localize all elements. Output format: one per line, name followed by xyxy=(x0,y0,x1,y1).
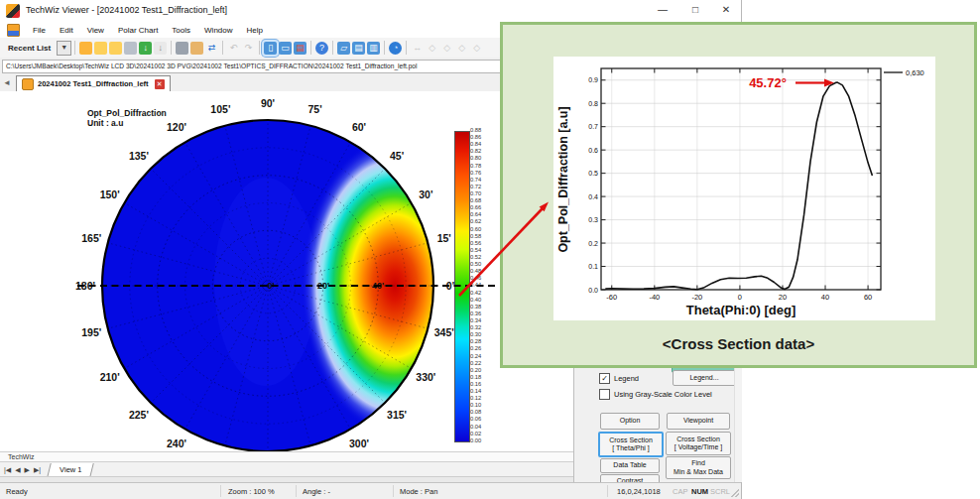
azimuth-label-120: 120' xyxy=(167,121,186,133)
open-folder-icon[interactable] xyxy=(79,42,92,55)
cube-view-4-icon[interactable]: ◇ xyxy=(470,42,483,55)
export-icon[interactable]: ↓ xyxy=(154,42,167,55)
capture-icon[interactable] xyxy=(176,42,188,55)
recent-list-dropdown[interactable]: ▼ xyxy=(57,41,71,56)
azimuth-label-90: 90' xyxy=(261,97,275,109)
minimize-button[interactable]: — xyxy=(650,2,675,18)
grayscale-checkbox[interactable] xyxy=(599,389,610,400)
ring-label: 20' xyxy=(317,281,329,291)
ring-label: 40' xyxy=(372,281,384,291)
toolbar-separator xyxy=(222,41,223,55)
window-tile-h-icon[interactable]: ▤ xyxy=(352,42,365,55)
find-min-max-button[interactable]: Find Min & Max Data xyxy=(666,456,731,479)
cross-section-theta-phi-button[interactable]: Cross Section [ Theta/Phi ] xyxy=(598,432,664,457)
folder-icon[interactable] xyxy=(94,42,107,55)
menu-help[interactable]: Help xyxy=(240,24,270,37)
redo-icon[interactable]: ↷ xyxy=(242,42,255,55)
x-tick-label: 20 xyxy=(779,293,787,302)
file-path-field[interactable]: C:\Users\JMBaek\Desktop\TechWiz LCD 3D\2… xyxy=(2,60,503,73)
cross-section-theta-label-1: Cross Section xyxy=(600,437,662,445)
colorbar-value: 0.72 xyxy=(470,184,496,189)
document-tab[interactable]: 20241002 Test1_Diffraction_left ✕ xyxy=(16,75,171,91)
center-ghost-region xyxy=(214,178,317,386)
undo-icon[interactable]: ↶ xyxy=(227,42,240,55)
menu-edit[interactable]: Edit xyxy=(53,24,80,37)
azimuth-label-135: 135' xyxy=(129,150,149,162)
colorbar-value: 0.58 xyxy=(470,233,496,239)
data-curve xyxy=(605,82,872,290)
polar-chart-view: Opt_Pol_Diffraction Unit : a.u 0.880.860… xyxy=(0,91,573,451)
info-icon[interactable]: ? xyxy=(315,42,328,55)
colorbar-value: 0.04 xyxy=(470,424,496,430)
status-bar: Ready Zoom : 100 % Angle : - Mode : Pan … xyxy=(0,482,741,499)
first-view-icon[interactable]: |◀ xyxy=(4,466,11,474)
x-tick-label: 40 xyxy=(821,293,829,302)
view-tab[interactable]: View 1 xyxy=(47,463,94,477)
viewpoint-button[interactable]: Viewpoint xyxy=(667,413,730,430)
colorbar-value: 0.86 xyxy=(470,134,496,140)
colorbar-value: 0.88 xyxy=(470,127,496,133)
grayscale-checkbox-row[interactable]: Using Gray-Scale Color Level xyxy=(599,389,712,400)
resize-grip[interactable] xyxy=(731,489,739,497)
menu-window[interactable]: Window xyxy=(197,24,239,37)
prev-view-icon[interactable]: ◀ xyxy=(15,466,20,474)
colorbar-value: 0.82 xyxy=(470,148,496,154)
status-caps-lock: CAP xyxy=(673,487,687,496)
status-separator xyxy=(393,485,394,497)
next-view-icon[interactable]: ▶ xyxy=(25,466,30,474)
polar-disk xyxy=(102,120,488,451)
menu-file[interactable]: File xyxy=(26,24,53,37)
colorbar-value: 0.20 xyxy=(470,367,496,373)
colorbar-value: 0.10 xyxy=(470,402,496,408)
colorbar-value: 0.02 xyxy=(470,431,496,437)
import-icon[interactable]: ↓ xyxy=(139,42,152,55)
status-scroll-lock: SCRL xyxy=(710,487,730,496)
cube-view-3-icon[interactable]: ◇ xyxy=(455,42,468,55)
cross-section-voltage-time-button[interactable]: Cross Section [ Voltage/Time ] xyxy=(666,432,731,455)
colorbar-value: 0.66 xyxy=(470,204,496,210)
legend-checkbox[interactable]: ✓ xyxy=(599,373,610,384)
layout-report-icon[interactable]: ▤ xyxy=(294,42,306,55)
option-button[interactable]: Option xyxy=(600,413,660,430)
legend-checkbox-row[interactable]: ✓ Legend xyxy=(599,373,639,384)
colorbar-value: 0.40 xyxy=(470,297,496,303)
chart-frame xyxy=(601,68,881,290)
paste-icon[interactable] xyxy=(190,42,203,55)
azimuth-label-210: 210' xyxy=(100,371,120,383)
folder-new-icon[interactable] xyxy=(109,42,122,55)
legend-button[interactable]: Legend... xyxy=(673,370,736,386)
save-icon[interactable] xyxy=(124,42,137,55)
status-separator xyxy=(607,485,608,497)
azimuth-label-105: 105' xyxy=(210,103,230,115)
close-button[interactable]: ✕ xyxy=(713,2,739,18)
azimuth-label-60: 60' xyxy=(352,121,366,133)
colorbar-value: 0.50 xyxy=(470,261,496,267)
colorbar-value: 0.60 xyxy=(470,226,496,232)
last-view-icon[interactable]: ▶| xyxy=(34,466,41,474)
cross-section-callout-panel: -60-40-200204060 0.00.10.20.30.40.50.60.… xyxy=(500,22,977,368)
y-tick-label: 0.9 xyxy=(588,76,598,83)
data-table-button[interactable]: Data Table xyxy=(600,458,660,473)
tab-scroll-left-icon[interactable]: ◄ xyxy=(3,78,11,87)
axes-3d-icon[interactable]: ↔ xyxy=(411,42,424,55)
colorbar-value: 0.44 xyxy=(470,282,496,288)
refresh-icon[interactable]: ⇄ xyxy=(205,42,218,55)
x-tick-label: -20 xyxy=(691,293,702,302)
colorbar-value: 0.14 xyxy=(470,388,496,394)
tab-close-icon[interactable]: ✕ xyxy=(155,79,165,89)
window-cascade-icon[interactable]: ▱ xyxy=(337,42,350,55)
toolbar-separator xyxy=(406,41,407,55)
maximize-button[interactable]: □ xyxy=(682,2,708,18)
layout-single-icon[interactable]: ▯ xyxy=(264,42,277,55)
colorbar-value: 0.62 xyxy=(470,218,496,224)
menu-polar-chart[interactable]: Polar Chart xyxy=(111,24,165,37)
menu-view[interactable]: View xyxy=(80,24,111,37)
pol-file-icon xyxy=(22,78,34,90)
window-tile-v-icon[interactable]: ▥ xyxy=(367,42,380,55)
globe-icon[interactable]: ◔ xyxy=(389,42,402,55)
layout-wide-icon[interactable]: ▭ xyxy=(279,42,292,55)
colorbar-value: 0.24 xyxy=(470,353,496,359)
cube-view-1-icon[interactable]: ◇ xyxy=(426,42,438,55)
menu-tools[interactable]: Tools xyxy=(165,24,197,37)
cube-view-2-icon[interactable]: ◇ xyxy=(440,42,453,55)
